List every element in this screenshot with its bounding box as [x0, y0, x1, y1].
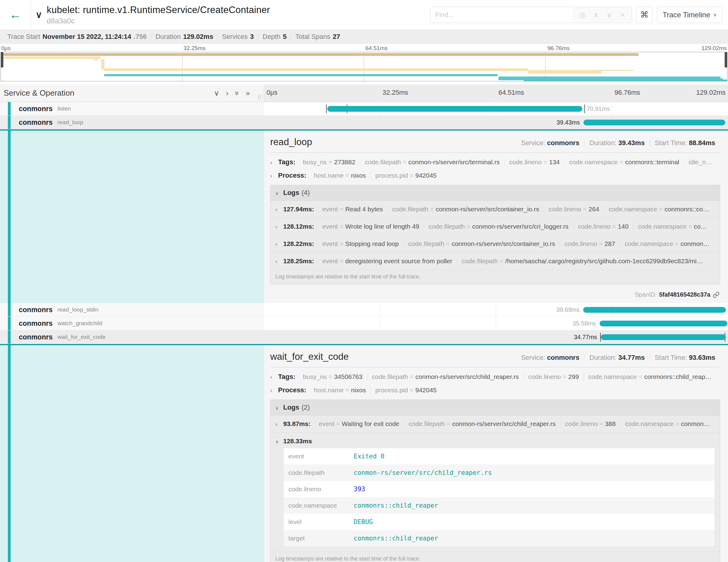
kv-value: 393: [354, 485, 365, 493]
duration-value: 129.02ms: [183, 33, 213, 41]
log-field-key: code.filepath: [429, 223, 465, 230]
chevron-down-icon: ∨: [275, 439, 283, 444]
process-section[interactable]: › Process: host.name=nixos process.pid=9…: [270, 386, 720, 394]
tag-key: code.lineno: [509, 158, 542, 165]
prev-result-icon[interactable]: ∧: [589, 11, 603, 19]
view-selector-button[interactable]: Trace Timeline ∨: [657, 7, 723, 23]
kv-row: eventExited 0: [284, 448, 715, 465]
span-id-label: SpanID:: [635, 291, 657, 298]
minimap-left-handle[interactable]: [1, 52, 3, 67]
span-bar[interactable]: [583, 307, 726, 313]
trace-start-label: Trace Start: [7, 33, 40, 41]
log-entry-expanded[interactable]: ∨ 128.33ms: [270, 432, 720, 447]
span-operation: listen: [57, 105, 71, 112]
logs-header[interactable]: ∨ Logs (2): [270, 400, 720, 415]
tag-value: 134: [549, 158, 560, 165]
process-value: nixos: [351, 387, 366, 393]
expand-one-icon[interactable]: ›: [226, 89, 228, 97]
depth-value: 5: [283, 33, 287, 41]
log-field-key: event: [322, 257, 338, 264]
log-field-value: conmon-rs/server/src/cri_logger.rs: [472, 223, 568, 230]
back-button[interactable]: ←: [0, 0, 31, 29]
process-section[interactable]: › Process: host.name=nixos process.pid=9…: [270, 172, 720, 179]
tag-key: code.lineno: [528, 373, 561, 380]
kv-key: code.lineno: [288, 485, 354, 493]
tags-section[interactable]: › Tags: busy_ns=273882 code.filepath=con…: [270, 158, 720, 166]
minimap-span-bar: [104, 68, 528, 71]
tags-section[interactable]: › Tags: busy_ns=34506763 code.filepath=c…: [270, 373, 720, 381]
minimap-right-handle[interactable]: [725, 52, 727, 67]
span-grid-header: Service & Operation ∨ › » » || 0μs 32.25…: [0, 84, 728, 102]
log-field-value: 388: [605, 420, 616, 427]
span-duration-label: 39.69ms: [556, 306, 580, 313]
span-row-listen[interactable]: conmonrs listen 70.91ms: [0, 102, 728, 116]
column-resizer-handle[interactable]: ||: [258, 94, 262, 100]
minimap-span-bar: [722, 80, 727, 81]
keyboard-shortcuts-button[interactable]: ⌘: [636, 7, 653, 23]
process-label: Process:: [278, 172, 306, 179]
service-value: conmonrs: [547, 139, 579, 147]
log-field-key: event: [322, 240, 338, 247]
trace-minimap[interactable]: [1, 52, 727, 81]
chevron-down-icon: ∨: [275, 191, 283, 196]
span-bar[interactable]: [601, 334, 726, 340]
span-bar[interactable]: [327, 106, 582, 112]
services-label: Services: [222, 33, 247, 41]
trace-total-spans: Total Spans 27: [291, 33, 344, 41]
span-row-read-loop-stdin[interactable]: conmonrs read_loop_stdin 39.69ms: [0, 303, 728, 317]
logs-box: ∨ Logs (4) › 127.94ms: event=Read 4 byte…: [270, 185, 720, 284]
log-entry[interactable]: › 128.22ms: event=Stopping read loop cod…: [270, 235, 720, 252]
log-field-value: conmon-rs/server/src/container_io.rs: [436, 206, 539, 213]
find-input[interactable]: [430, 7, 573, 23]
depth-label: Depth: [263, 33, 281, 41]
log-timestamp: 128.33ms: [283, 438, 312, 445]
collapse-one-icon[interactable]: ∨: [214, 89, 219, 97]
tag-value: 299: [568, 373, 579, 380]
logs-label: Logs: [283, 189, 299, 197]
collapse-header-button[interactable]: ∨: [31, 0, 47, 29]
kv-key: code.filepath: [288, 469, 354, 476]
log-timestamp: 128.22ms:: [283, 240, 314, 247]
span-row-read-loop[interactable]: conmonrs read_loop 39.43ms: [0, 116, 728, 129]
next-result-icon[interactable]: ∨: [603, 11, 616, 19]
chevron-down-icon: ∨: [36, 9, 42, 20]
log-entry[interactable]: › 128.12ms: event=Wrote log line of leng…: [270, 218, 720, 235]
tag-value: conmonrs::terminal: [625, 158, 679, 165]
back-arrow-icon: ←: [9, 8, 22, 22]
log-field-key: code.namespace: [625, 420, 674, 427]
log-field-value: deregistering event source from poller: [345, 257, 452, 264]
minimap-tick: 0μs: [1, 45, 11, 52]
log-entry[interactable]: › 128.25ms: event=deregistering event so…: [270, 252, 720, 270]
log-field-key: event: [319, 420, 334, 427]
span-id-row: SpanID: 5faf48165428c37a: [270, 288, 720, 299]
logs-note: Log timestamps are relative to the start…: [270, 552, 720, 562]
service-operation-header: Service & Operation: [4, 88, 74, 98]
trace-title-block: kubelet: runtime.v1.RuntimeService/Creat…: [47, 0, 270, 29]
log-entry[interactable]: › 127.94ms: event=Read 4 bytes code.file…: [270, 201, 720, 218]
locate-icon[interactable]: ◎: [576, 11, 589, 19]
log-field-key: code.namespace: [609, 206, 657, 213]
clear-find-icon[interactable]: ×: [616, 11, 629, 19]
span-bar[interactable]: [583, 120, 725, 125]
tag-key: busy_ns: [303, 158, 327, 165]
start-time-value: 93.63ms: [689, 354, 715, 361]
chevron-right-icon: ›: [270, 159, 278, 166]
log-field-value: conmonrs::co…: [665, 206, 709, 213]
log-timestamp: 93.87ms:: [283, 420, 311, 427]
start-time-value: 88.84ms: [689, 139, 715, 147]
log-detail-table-wrap: eventExited 0 code.filepathconmon-rs/ser…: [270, 447, 720, 552]
minimap-tick: 129.02ms: [702, 45, 727, 52]
collapse-all-icon[interactable]: »: [233, 91, 241, 95]
minimap-span-bar: [528, 70, 602, 74]
span-row-wait-for-exit-code[interactable]: conmonrs wait_for_exit_code 34.77ms: [0, 330, 728, 344]
expand-all-icon[interactable]: »: [246, 89, 250, 97]
log-field-value: conmon…: [681, 240, 710, 247]
minimap-span-bar: [524, 78, 723, 81]
span-operation: read_loop: [57, 119, 83, 126]
link-icon[interactable]: [713, 291, 719, 298]
logs-header[interactable]: ∨ Logs (4): [270, 185, 720, 201]
span-row-watch-grandchild[interactable]: conmonrs watch_grandchild 35.58ms: [0, 317, 728, 330]
ruler-tick: 0μs: [267, 89, 277, 97]
log-entry[interactable]: › 93.87ms: event=Waiting for exit code c…: [270, 415, 720, 432]
span-bar[interactable]: [600, 321, 727, 326]
